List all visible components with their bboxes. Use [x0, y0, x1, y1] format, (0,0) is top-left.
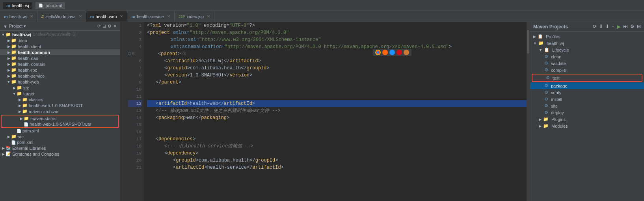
maven-plugins[interactable]: 📁 Plugins: [530, 116, 644, 123]
settings-gear-icon[interactable]: ⚙: [108, 24, 112, 29]
maven-add-icon[interactable]: +: [612, 24, 614, 30]
tree-item-src[interactable]: 📁 src: [0, 85, 120, 91]
tab-health-wj[interactable]: m health-wj ✕: [0, 11, 37, 22]
folder-dao-icon: 📁: [11, 56, 17, 61]
editor-area: 1 2 3 4 ⬡5 6 7 8 9 10 11 12 13 14 15 16: [120, 22, 530, 201]
maven-deploy[interactable]: deploy: [530, 109, 644, 116]
title-tab-health-wj[interactable]: m health-wj: [3, 2, 32, 9]
tree-item-src2[interactable]: 📁 src: [0, 134, 120, 140]
tree-item-health-web[interactable]: 📁 health-web: [0, 79, 120, 85]
maven-health-wj[interactable]: 📁 health-wj: [530, 40, 644, 47]
tree-item-target[interactable]: 📁 target: [0, 91, 120, 97]
maven-clean[interactable]: clean: [530, 53, 644, 60]
tab-index-jsp[interactable]: JSP index.jsp ✕: [175, 11, 214, 22]
maven-run-icon[interactable]: ▶: [617, 24, 621, 30]
opera-icon[interactable]: [396, 50, 402, 55]
tab-close-5[interactable]: ✕: [207, 14, 210, 19]
maven-settings-icon[interactable]: ⚙: [630, 24, 635, 30]
tab-close-3[interactable]: ✕: [120, 14, 123, 19]
close-panel-icon[interactable]: ✕: [113, 24, 117, 29]
tree-item-health-client[interactable]: 📁 health-client: [0, 43, 120, 49]
maven-lifecycle[interactable]: 📋 Lifecycle: [530, 47, 644, 53]
folder-src2-icon: 📁: [11, 134, 17, 139]
maven-panel-title: Maven Projects: [533, 24, 568, 30]
ln-18: 18: [128, 143, 141, 150]
folder-classes-icon: 📁: [22, 97, 28, 102]
scrollbar-thumb[interactable]: [527, 30, 529, 54]
tree-arrow-src: [12, 86, 17, 90]
tab-health-service[interactable]: m health-service ✕: [127, 11, 174, 22]
firefox-icon[interactable]: [382, 50, 388, 55]
vertical-scrollbar[interactable]: [527, 22, 530, 201]
maven-install[interactable]: install: [530, 96, 644, 102]
tree-item-war-file[interactable]: 📄 health-web-1.0-SNAPSHOT.war: [2, 121, 118, 127]
tree-label-war-file: health-web-1.0-SNAPSHOT.war: [30, 122, 91, 127]
tab-close-1[interactable]: ✕: [30, 14, 33, 19]
collapse-icon[interactable]: ⊟: [102, 24, 106, 29]
maven-panel: Maven Projects ⟳ ⬇ ⬇ + ▶ ⏭ ⚙ ⊟ 📋 Profi: [530, 22, 644, 201]
content-area: ▼ Project ▾ ⟳ ⊟ ⚙ ✕ 📁 health-wj D:\IdeaP…: [0, 22, 644, 201]
edge-icon[interactable]: [404, 50, 409, 55]
tree-item-health-dao[interactable]: 📁 health-dao: [0, 55, 120, 61]
code-line-11: [147, 93, 527, 100]
tab-helloworld[interactable]: J HelloWorld.java ✕: [37, 11, 86, 22]
tree-item-maven-archiver[interactable]: 📁 maven-archiver: [0, 108, 120, 114]
tree-item-idea[interactable]: 📁 .idea: [0, 37, 120, 43]
sync-icon[interactable]: ⟳: [97, 24, 101, 29]
lifecycle-label: Lifecycle: [552, 48, 569, 52]
site-label: site: [551, 104, 558, 108]
tab-close-2[interactable]: ✕: [79, 14, 82, 19]
tree-arrow-src2: [6, 135, 11, 139]
tree-item-external-libs[interactable]: 📚 External Libraries: [0, 145, 120, 151]
maven-validate[interactable]: validate: [530, 60, 644, 67]
code-area[interactable]: <?xml version="1.0" encoding="UTF-8"?> <…: [144, 22, 527, 201]
tree-arrow-ext-libs: [1, 146, 6, 150]
maven-verify[interactable]: verify: [530, 89, 644, 96]
ie-icon[interactable]: [389, 50, 395, 55]
tab-health-web[interactable]: m health-web ✕: [86, 11, 128, 22]
maven-profiles[interactable]: 📋 Profiles: [530, 33, 644, 40]
tree-item-pom-root[interactable]: 📄 pom.xml: [0, 140, 120, 145]
tree-arrow-snapshot: [17, 104, 22, 108]
maven-site[interactable]: site: [530, 102, 644, 109]
clean-label: clean: [551, 54, 561, 59]
maven-download-sources-icon[interactable]: ⬇: [605, 24, 609, 30]
tree-item-health-web-snapshot[interactable]: 📁 health-web-1.0-SNAPSHOT: [0, 102, 120, 108]
tree-label-src: src: [23, 86, 29, 90]
tree-item-pom-web[interactable]: 📄 pom.xml: [0, 128, 120, 134]
package-label: package: [551, 84, 568, 88]
code-line-5: <parent> ⓘ: [147, 50, 527, 58]
lifecycle-icon: 📋: [544, 47, 549, 52]
ln-16: 16: [128, 128, 141, 136]
tab-label-2: HelloWorld.java: [45, 14, 76, 19]
tree-item-health-service[interactable]: 📁 health-service: [0, 73, 120, 79]
tree-label-src2: src: [18, 134, 24, 139]
tree-item-health-rpc[interactable]: 📁 health-rpc: [0, 67, 120, 73]
tree-item-scratches[interactable]: 📝 Scratches and Consoles: [0, 151, 120, 157]
tree-item-maven-status[interactable]: 📁 maven-status: [2, 115, 118, 121]
tree-item-health-domain[interactable]: 📁 health-domain: [0, 61, 120, 67]
tree-item-health-wj[interactable]: 📁 health-wj D:\IdeaProjects\health-wj: [0, 32, 120, 37]
maven-skip-icon[interactable]: ⏭: [623, 24, 628, 30]
validate-gear-icon: [544, 61, 548, 66]
tree-label-health-common: health-common: [18, 50, 50, 55]
code-line-18: <!-- 引入health-service依赖包 -->: [147, 143, 527, 150]
health-wj-label: health-wj: [547, 41, 564, 46]
tab-m-icon-4: m: [131, 14, 135, 19]
title-tab-pom-xml[interactable]: 📄 pom.xml: [35, 2, 65, 9]
tree-label-archiver: maven-archiver: [29, 109, 59, 114]
title-bar: m health-wj 📄 pom.xml: [0, 0, 644, 11]
maven-download-icon[interactable]: ⬇: [599, 24, 603, 30]
tab-close-4[interactable]: ✕: [167, 14, 170, 19]
maven-compile[interactable]: compile: [530, 67, 644, 73]
maven-modules[interactable]: 📁 Modules: [530, 123, 644, 129]
maven-test[interactable]: test: [532, 74, 642, 81]
tree-arrow-health-client: [6, 45, 11, 48]
maven-package[interactable]: package: [530, 82, 644, 89]
tab-m-icon-1: m: [4, 14, 8, 19]
chrome-icon[interactable]: [375, 50, 381, 55]
tree-item-classes[interactable]: 📁 classes: [0, 97, 120, 102]
tree-item-health-common[interactable]: 📁 health-common: [0, 49, 120, 55]
maven-collapse-icon[interactable]: ⊟: [637, 24, 641, 30]
maven-refresh-icon[interactable]: ⟳: [593, 24, 597, 30]
